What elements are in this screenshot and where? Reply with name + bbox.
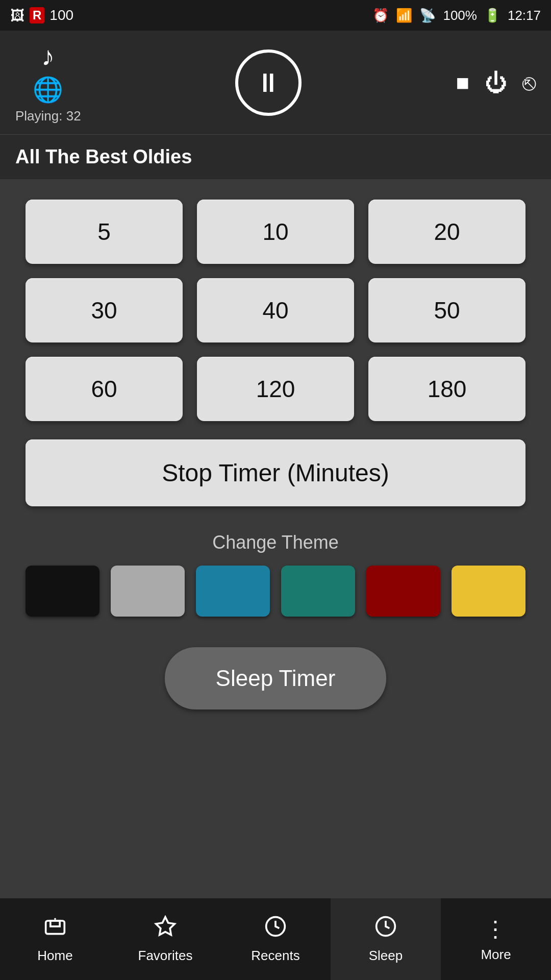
nav-recents[interactable]: Recents xyxy=(220,898,331,980)
music-note-icon: ♪ xyxy=(41,41,55,71)
status-number: 100 xyxy=(49,7,73,23)
sleep-icon xyxy=(374,915,397,943)
timer-btn-120[interactable]: 120 xyxy=(197,357,354,421)
station-title-bar: All The Best Oldies xyxy=(0,134,551,179)
alarm-icon: ⏰ xyxy=(372,8,389,23)
playing-label: Playing: 32 xyxy=(15,108,81,124)
nav-more-label: More xyxy=(481,947,511,963)
theme-label: Change Theme xyxy=(26,532,525,553)
timer-btn-50[interactable]: 50 xyxy=(368,278,525,342)
wifi-icon: 📶 xyxy=(396,8,412,23)
svg-rect-1 xyxy=(51,921,60,926)
stop-timer-button[interactable]: Stop Timer (Minutes) xyxy=(26,439,525,506)
globe-icon: 🌐 xyxy=(33,76,63,104)
sleep-timer-section: Sleep Timer xyxy=(26,647,525,709)
svg-point-2 xyxy=(54,918,56,920)
header-center: ⏸ xyxy=(235,50,302,116)
bottom-nav: Home Favorites Recents Sleep ⋮ More xyxy=(0,898,551,980)
recents-icon xyxy=(264,915,287,943)
theme-section: Change Theme xyxy=(26,532,525,617)
battery-label: 100% xyxy=(443,8,477,23)
station-name: All The Best Oldies xyxy=(15,146,536,168)
timer-btn-10[interactable]: 10 xyxy=(197,200,354,264)
photo-icon: 🖼 xyxy=(10,7,24,24)
nav-favorites-label: Favorites xyxy=(138,948,193,964)
power-button[interactable]: ⏻ xyxy=(485,70,507,95)
theme-blue[interactable] xyxy=(196,566,270,617)
nav-home-label: Home xyxy=(37,948,72,964)
theme-yellow[interactable] xyxy=(452,566,525,617)
pause-button[interactable]: ⏸ xyxy=(235,50,302,116)
theme-black[interactable] xyxy=(26,566,99,617)
status-bar-right: ⏰ 📶 📡 100% 🔋 12:17 xyxy=(372,8,541,23)
share-button[interactable]: ⎋ xyxy=(522,70,536,95)
nav-favorites[interactable]: Favorites xyxy=(110,898,220,980)
nav-home[interactable]: Home xyxy=(0,898,110,980)
player-header: ♪ 🌐 Playing: 32 ⏸ ■ ⏻ ⎋ xyxy=(0,31,551,134)
nav-sleep[interactable]: Sleep xyxy=(331,898,441,980)
timer-grid: 5 10 20 30 40 50 60 120 180 xyxy=(26,200,525,421)
theme-teal[interactable] xyxy=(281,566,355,617)
timer-btn-40[interactable]: 40 xyxy=(197,278,354,342)
star-icon xyxy=(154,915,177,943)
signal-icon: 📡 xyxy=(419,8,436,23)
sleep-timer-button[interactable]: Sleep Timer xyxy=(165,647,387,709)
timer-btn-60[interactable]: 60 xyxy=(26,357,183,421)
nav-more[interactable]: ⋮ More xyxy=(441,898,551,980)
timer-btn-30[interactable]: 30 xyxy=(26,278,183,342)
timer-btn-20[interactable]: 20 xyxy=(368,200,525,264)
header-left: ♪ 🌐 Playing: 32 xyxy=(15,41,81,124)
main-content: 5 10 20 30 40 50 60 120 180 Stop Timer (… xyxy=(0,179,551,725)
radio-app-icon: R xyxy=(30,7,44,23)
theme-gray[interactable] xyxy=(111,566,185,617)
timer-btn-180[interactable]: 180 xyxy=(368,357,525,421)
home-icon xyxy=(44,915,66,943)
pause-icon: ⏸ xyxy=(255,69,282,96)
svg-marker-3 xyxy=(156,917,175,935)
nav-recents-label: Recents xyxy=(251,948,299,964)
stop-button[interactable]: ■ xyxy=(456,70,469,95)
theme-colors xyxy=(26,566,525,617)
more-icon: ⋮ xyxy=(484,916,508,942)
nav-sleep-label: Sleep xyxy=(369,948,403,964)
status-bar-left: 🖼 R 100 xyxy=(10,7,73,24)
header-right: ■ ⏻ ⎋ xyxy=(456,70,536,95)
theme-red[interactable] xyxy=(366,566,440,617)
time-label: 12:17 xyxy=(508,8,541,23)
timer-btn-5[interactable]: 5 xyxy=(26,200,183,264)
status-bar: 🖼 R 100 ⏰ 📶 📡 100% 🔋 12:17 xyxy=(0,0,551,31)
battery-icon: 🔋 xyxy=(484,8,500,23)
